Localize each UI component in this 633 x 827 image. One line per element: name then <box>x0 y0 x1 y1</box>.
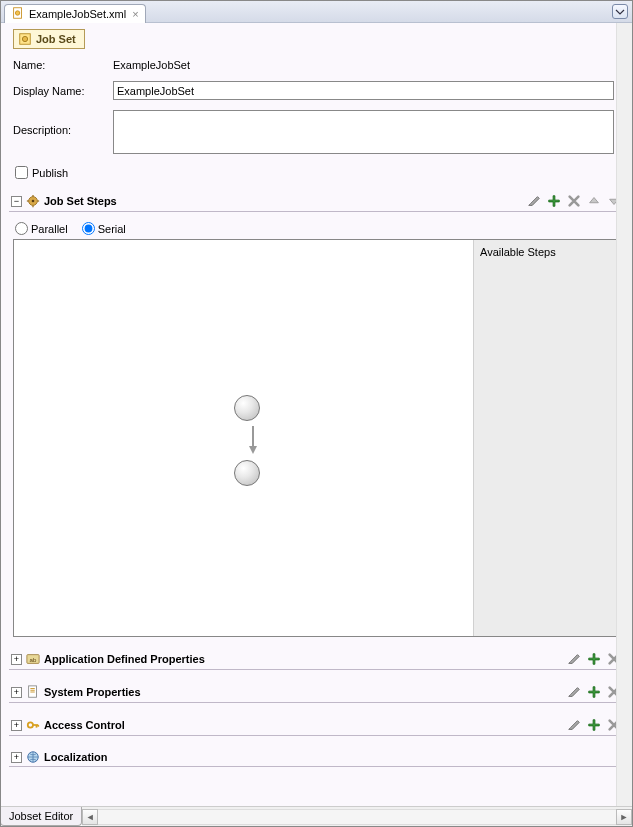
horizontal-scrollbar[interactable]: ◄ ► <box>82 807 632 826</box>
displayname-label: Display Name: <box>13 85 113 97</box>
footer-bar: Jobset Editor ◄ ► <box>1 806 632 826</box>
key-icon <box>26 718 40 732</box>
vertical-scrollbar[interactable] <box>616 23 632 806</box>
edit-icon[interactable] <box>566 684 582 700</box>
add-icon[interactable] <box>586 651 602 667</box>
description-input[interactable] <box>113 110 614 154</box>
editor-content: Job Set Name: ExampleJobSet Display Name… <box>1 23 632 806</box>
name-row: Name: ExampleJobSet <box>9 59 624 71</box>
expand-icon[interactable]: + <box>11 720 22 731</box>
tab-menu-button[interactable] <box>612 4 628 19</box>
section-label-access: Access Control <box>44 719 566 731</box>
svg-point-5 <box>32 200 35 203</box>
serial-radio[interactable] <box>82 222 95 235</box>
appprops-toolbar <box>566 651 622 667</box>
access-toolbar <box>566 717 622 733</box>
name-value: ExampleJobSet <box>113 59 190 71</box>
move-up-icon[interactable] <box>586 193 602 209</box>
parallel-label: Parallel <box>31 223 68 235</box>
sysprops-toolbar <box>566 684 622 700</box>
publish-row: Publish <box>9 166 624 179</box>
flow-arrow-icon <box>247 426 259 456</box>
serial-label: Serial <box>98 223 126 235</box>
steps-workspace: Available Steps <box>13 239 622 637</box>
step-node[interactable] <box>234 460 260 486</box>
available-steps-panel: Available Steps <box>473 240 621 636</box>
page-title: Job Set <box>13 29 85 49</box>
add-icon[interactable] <box>586 717 602 733</box>
document-icon <box>26 685 40 699</box>
svg-point-3 <box>22 36 27 41</box>
serial-radio-label[interactable]: Serial <box>82 222 126 235</box>
section-header-appprops: + ab Application Defined Properties <box>9 651 624 670</box>
svg-point-1 <box>15 10 19 14</box>
scroll-right-icon[interactable]: ► <box>616 809 632 825</box>
displayname-row: Display Name: <box>9 81 624 100</box>
delete-icon[interactable] <box>566 193 582 209</box>
editor-tab-bar: ExampleJobSet.xml × <box>1 1 632 23</box>
expand-icon[interactable]: + <box>11 654 22 665</box>
steps-toolbar <box>526 193 622 209</box>
section-header-localization: + Localization <box>9 750 624 767</box>
close-tab-icon[interactable]: × <box>132 8 138 20</box>
add-icon[interactable] <box>586 684 602 700</box>
edit-icon[interactable] <box>566 651 582 667</box>
publish-label: Publish <box>32 167 68 179</box>
section-label-localization: Localization <box>44 751 622 763</box>
footer-tab[interactable]: Jobset Editor <box>0 807 82 826</box>
svg-point-14 <box>28 722 33 727</box>
expand-icon[interactable]: + <box>11 687 22 698</box>
section-header-sysprops: + System Properties <box>9 684 624 703</box>
parallel-radio-label[interactable]: Parallel <box>15 222 68 235</box>
footer-tab-label: Jobset Editor <box>9 810 73 822</box>
description-label: Description: <box>13 110 113 136</box>
properties-icon: ab <box>26 652 40 666</box>
description-row: Description: <box>9 110 624 154</box>
page-title-label: Job Set <box>36 33 76 45</box>
name-label: Name: <box>13 59 113 71</box>
publish-checkbox[interactable] <box>15 166 28 179</box>
add-icon[interactable] <box>546 193 562 209</box>
displayname-input[interactable] <box>113 81 614 100</box>
svg-text:ab: ab <box>30 656 37 663</box>
edit-icon[interactable] <box>566 717 582 733</box>
step-node[interactable] <box>234 395 260 421</box>
editor-tab[interactable]: ExampleJobSet.xml × <box>4 4 146 23</box>
scroll-left-icon[interactable]: ◄ <box>82 809 98 825</box>
section-label-sysprops: System Properties <box>44 686 566 698</box>
parallel-radio[interactable] <box>15 222 28 235</box>
collapse-icon[interactable]: − <box>11 196 22 207</box>
steps-canvas[interactable] <box>14 240 473 636</box>
editor-tab-label: ExampleJobSet.xml <box>29 8 126 20</box>
globe-icon <box>26 750 40 764</box>
section-label-steps: Job Set Steps <box>44 195 526 207</box>
gear-icon <box>26 194 40 208</box>
section-header-steps: − Job Set Steps <box>9 193 624 212</box>
section-label-appprops: Application Defined Properties <box>44 653 566 665</box>
available-steps-label: Available Steps <box>480 246 615 258</box>
file-icon <box>11 6 25 22</box>
edit-icon[interactable] <box>526 193 542 209</box>
mode-radio-group: Parallel Serial <box>15 222 624 235</box>
section-header-access: + Access Control <box>9 717 624 736</box>
expand-icon[interactable]: + <box>11 752 22 763</box>
scroll-track[interactable] <box>98 809 616 825</box>
